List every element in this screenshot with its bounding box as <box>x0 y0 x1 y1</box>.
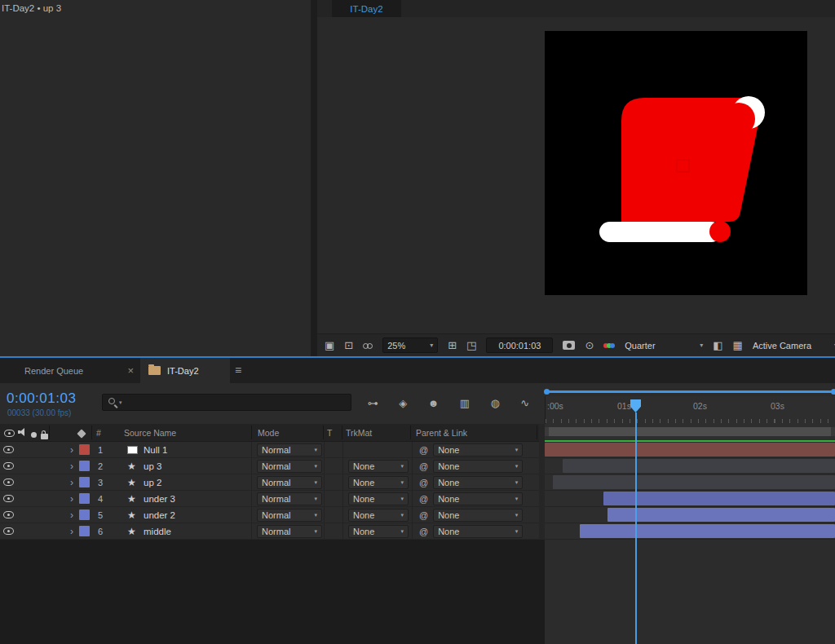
audio-column-icon[interactable] <box>18 428 27 436</box>
label-color-swatch[interactable] <box>79 444 90 455</box>
visibility-eye-icon[interactable] <box>3 495 14 502</box>
visibility-eye-icon[interactable] <box>3 527 14 535</box>
layer-duration-bar[interactable] <box>553 475 835 489</box>
blend-mode-select[interactable]: Normal▾ <box>257 460 322 473</box>
close-icon[interactable]: × <box>127 364 134 377</box>
time-navigator[interactable] <box>545 390 835 393</box>
trkmat-select[interactable]: None▾ <box>348 509 409 522</box>
search-input[interactable] <box>122 398 351 408</box>
panel-menu-icon[interactable]: ≡ <box>235 364 241 377</box>
shy-icon[interactable]: ☻ <box>428 398 440 408</box>
trkmat-select[interactable]: None▾ <box>348 492 409 505</box>
layer-duration-bar[interactable] <box>580 524 835 538</box>
expand-arrow-icon[interactable]: › <box>65 474 78 490</box>
playhead-line[interactable] <box>635 412 637 644</box>
ruler-strip[interactable]: :00s 01s 02s 03s <box>545 396 835 424</box>
expand-arrow-icon[interactable]: › <box>65 491 78 506</box>
parent-select[interactable]: None▾ <box>433 443 523 457</box>
snapshot-camera-icon[interactable] <box>563 341 575 350</box>
parent-select[interactable]: None▾ <box>433 492 523 505</box>
expand-arrow-icon[interactable]: › <box>65 458 78 474</box>
layer-name[interactable]: Null 1 <box>142 442 251 457</box>
pickwhip-icon[interactable]: @ <box>419 494 428 504</box>
visibility-eye-icon[interactable] <box>3 462 14 470</box>
parent-select[interactable]: None▾ <box>433 460 523 473</box>
time-ruler[interactable]: :00s 01s 02s 03s <box>545 386 835 424</box>
grid-guides-icon[interactable]: ⊞ <box>448 340 457 351</box>
frame-blend-icon[interactable]: ▥ <box>460 398 470 408</box>
label-color-swatch[interactable] <box>79 493 90 504</box>
expand-arrow-icon[interactable]: › <box>65 442 78 457</box>
work-area-bar[interactable] <box>545 427 835 436</box>
eye-column-icon[interactable] <box>4 430 15 437</box>
primary-viewer-icon[interactable]: ⊡ <box>344 340 353 351</box>
mini-flowchart-icon[interactable]: ⊶ <box>368 398 378 408</box>
layer-row[interactable]: › 1 Null 1 Normal▾ @None▾ <box>0 442 539 458</box>
layer-name[interactable]: up 3 <box>142 458 251 474</box>
tab-timeline-comp[interactable]: IT-Day2 <box>140 358 230 383</box>
parent-select[interactable]: None▾ <box>433 525 523 538</box>
channel-settings-icon[interactable] <box>603 343 615 348</box>
column-parent[interactable]: Parent & Link <box>416 428 467 438</box>
column-trkmat[interactable]: TrkMat <box>346 428 372 438</box>
layer-duration-bar[interactable] <box>563 459 835 473</box>
pickwhip-icon[interactable]: @ <box>419 510 428 520</box>
expand-arrow-icon[interactable]: › <box>65 523 78 539</box>
column-t[interactable]: T <box>327 428 332 438</box>
track-row[interactable] <box>545 523 835 540</box>
column-mode[interactable]: Mode <box>258 428 279 438</box>
transparency-grid-icon[interactable]: ▦ <box>733 340 743 351</box>
motion-blur-icon[interactable]: ◍ <box>491 398 500 408</box>
label-column-icon[interactable] <box>77 429 86 438</box>
layer-row[interactable]: › 3 ★ up 2 Normal▾ None▾ @None▾ <box>0 474 539 491</box>
pickwhip-icon[interactable]: @ <box>419 445 428 455</box>
tab-render-queue[interactable]: Render Queue × <box>0 358 140 383</box>
layer-duration-bar[interactable] <box>545 443 835 457</box>
trkmat-select[interactable]: None▾ <box>348 460 409 473</box>
stereo-3d-icon[interactable] <box>363 340 373 351</box>
layer-row[interactable]: › 5 ★ under 2 Normal▾ None▾ @None▾ <box>0 507 539 523</box>
timeline-track-area[interactable] <box>545 442 835 540</box>
column-gutter[interactable] <box>539 424 545 540</box>
view-layout-select[interactable]: Active Camera ▾ <box>753 341 835 351</box>
blend-mode-select[interactable]: Normal▾ <box>257 476 322 489</box>
visibility-eye-icon[interactable] <box>3 446 14 453</box>
always-preview-icon[interactable]: ▣ <box>325 340 334 351</box>
blend-mode-select[interactable]: Normal▾ <box>257 492 322 505</box>
lock-column-icon[interactable] <box>41 434 48 439</box>
label-color-swatch[interactable] <box>79 461 90 471</box>
timeline-search[interactable]: ▾ <box>102 394 351 411</box>
column-number[interactable]: # <box>96 428 101 438</box>
blend-mode-select[interactable]: Normal▾ <box>257 509 322 522</box>
pickwhip-icon[interactable]: @ <box>419 478 428 487</box>
preview-time-field[interactable]: 0:00:01:03 <box>486 337 553 353</box>
track-row[interactable] <box>545 474 835 491</box>
track-row[interactable] <box>545 458 835 474</box>
track-row[interactable] <box>545 442 835 458</box>
layer-row[interactable]: › 4 ★ under 3 Normal▾ None▾ @None▾ <box>0 491 539 507</box>
parent-select[interactable]: None▾ <box>433 509 523 522</box>
expand-arrow-icon[interactable]: › <box>65 507 78 523</box>
current-timecode[interactable]: 0:00:01:03 <box>7 390 76 407</box>
show-snapshot-icon[interactable]: ⊙ <box>585 340 594 351</box>
visibility-eye-icon[interactable] <box>3 511 14 518</box>
layer-name[interactable]: under 3 <box>142 491 251 506</box>
column-source-name[interactable]: Source Name <box>124 428 176 438</box>
magnification-select[interactable]: 25% ▾ <box>382 337 438 353</box>
trkmat-select[interactable]: None▾ <box>348 525 409 538</box>
layer-name[interactable]: under 2 <box>142 507 251 523</box>
blend-mode-select[interactable]: Normal▾ <box>257 443 322 457</box>
layer-duration-bar[interactable] <box>603 492 835 505</box>
track-row[interactable] <box>545 507 835 523</box>
comp-viewport[interactable] <box>545 31 807 295</box>
target-region-icon[interactable]: ◧ <box>713 340 722 351</box>
track-row[interactable] <box>545 491 835 507</box>
layer-row[interactable]: › 2 ★ up 3 Normal▾ None▾ @None▾ <box>0 458 539 474</box>
trkmat-select[interactable]: None▾ <box>348 476 409 489</box>
tab-composition[interactable]: IT-Day2 <box>332 0 401 17</box>
visibility-eye-icon[interactable] <box>3 479 14 486</box>
panel-divider[interactable] <box>311 0 317 356</box>
parent-select[interactable]: None▾ <box>433 476 523 489</box>
graph-editor-icon[interactable]: ∿ <box>520 398 529 408</box>
label-color-swatch[interactable] <box>79 509 90 520</box>
